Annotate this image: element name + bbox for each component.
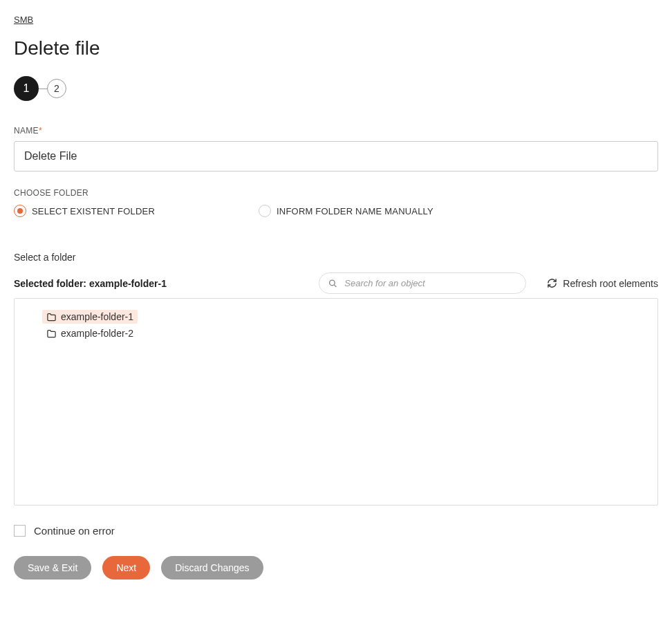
step-2[interactable]: 2 [47, 79, 66, 98]
tree-item-label: example-folder-1 [61, 311, 133, 322]
search-input[interactable] [319, 272, 526, 294]
radio-icon [259, 205, 271, 217]
page-title: Delete file [14, 37, 658, 59]
refresh-icon [547, 278, 557, 288]
refresh-root-elements[interactable]: Refresh root elements [547, 278, 658, 289]
step-connector [39, 89, 47, 89]
breadcrumb-smb[interactable]: SMB [14, 15, 33, 25]
radio-label: INFORM FOLDER NAME MANUALLY [277, 206, 433, 216]
selected-folder-text: Selected folder: example-folder-1 [14, 278, 298, 289]
continue-on-error-label: Continue on error [34, 525, 115, 537]
tree-item-folder[interactable]: example-folder-1 [42, 310, 138, 324]
tree-item-label: example-folder-2 [61, 328, 133, 339]
tree-item-folder[interactable]: example-folder-2 [42, 326, 138, 340]
stepper: 1 2 [14, 76, 658, 101]
folder-tree-panel[interactable]: example-folder-1 example-folder-2 [14, 298, 658, 506]
step-1[interactable]: 1 [14, 76, 39, 101]
name-input[interactable] [14, 141, 658, 172]
next-button[interactable]: Next [102, 556, 150, 580]
radio-select-existent-folder[interactable]: SELECT EXISTENT FOLDER [14, 205, 155, 217]
radio-icon [14, 205, 26, 217]
continue-on-error-checkbox[interactable] [14, 525, 26, 537]
select-folder-heading: Select a folder [14, 252, 658, 263]
choose-folder-label: CHOOSE FOLDER [14, 188, 658, 198]
refresh-label: Refresh root elements [563, 278, 658, 289]
folder-icon [46, 312, 57, 322]
discard-changes-button[interactable]: Discard Changes [161, 556, 263, 580]
name-label: NAME* [14, 126, 658, 136]
folder-icon [46, 328, 57, 339]
save-exit-button[interactable]: Save & Exit [14, 556, 91, 580]
radio-inform-folder-manually[interactable]: INFORM FOLDER NAME MANUALLY [259, 205, 433, 217]
radio-label: SELECT EXISTENT FOLDER [32, 206, 155, 216]
